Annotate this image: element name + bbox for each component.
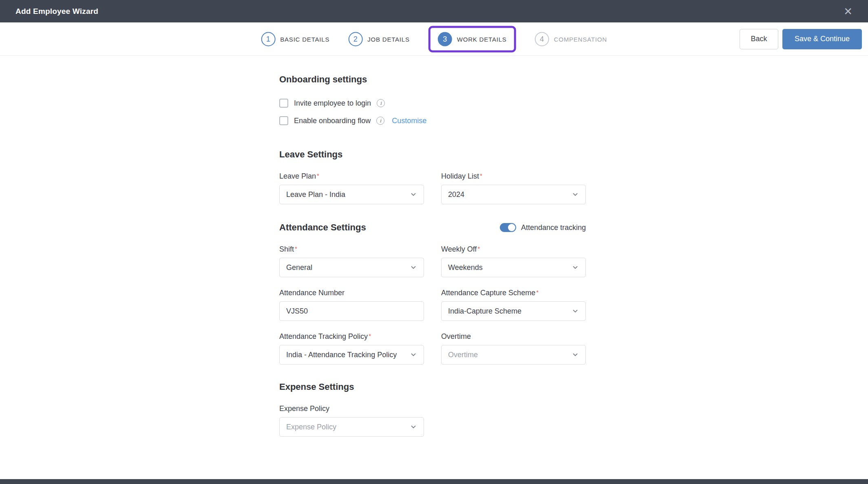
wizard-steps: 1 BASIC DETAILS 2 JOB DETAILS 3 WORK DET… [261,26,607,52]
holiday-list-select[interactable]: 2024 [441,185,586,204]
attendance-number-field: Attendance Number [279,289,424,321]
shift-field: Shift* General [279,245,424,277]
bottom-bar [0,479,868,484]
attendance-settings-heading: Attendance Settings [279,222,366,233]
back-button[interactable]: Back [740,29,778,49]
info-icon[interactable]: i [376,117,384,125]
invite-employee-checkbox[interactable] [279,99,288,108]
expense-settings-heading: Expense Settings [279,382,868,392]
chevron-down-icon [572,264,579,271]
overtime-field: Overtime Overtime [441,332,586,365]
attendance-number-input[interactable] [279,301,424,321]
weekly-off-field: Weekly Off* Weekends [441,245,586,277]
label-text: Expense Policy [279,404,329,413]
selected-value: India-Capture Scheme [448,307,521,316]
customise-link[interactable]: Customise [392,117,426,125]
attendance-tracking-toggle-row: Attendance tracking [500,223,586,232]
save-continue-button[interactable]: Save & Continue [782,29,862,49]
add-employee-wizard-modal: Add Employee Wizard ✕ 1 BASIC DETAILS 2 … [0,0,868,437]
chevron-down-icon [572,307,579,315]
required-marker: * [317,172,319,179]
leave-settings-grid: Leave Plan* Leave Plan - India Holiday L… [279,172,586,204]
step-compensation: 4 COMPENSATION [535,32,607,46]
chevron-down-icon [410,191,417,198]
placeholder-value: Expense Policy [286,423,336,431]
step-work-details[interactable]: 3 WORK DETAILS [428,26,516,52]
overtime-label: Overtime [441,332,586,341]
expense-policy-label: Expense Policy [279,404,424,413]
attendance-tracking-policy-field: Attendance Tracking Policy* India - Atte… [279,332,424,365]
attendance-number-label: Attendance Number [279,289,424,297]
attendance-capture-scheme-label: Attendance Capture Scheme* [441,289,586,297]
required-marker: * [477,245,480,252]
label-text: Attendance Tracking Policy [279,332,368,340]
label-text: Shift [279,245,294,253]
modal-header: Add Employee Wizard ✕ [0,0,868,22]
leave-plan-field: Leave Plan* Leave Plan - India [279,172,424,204]
attendance-capture-scheme-select[interactable]: India-Capture Scheme [441,301,586,321]
attendance-tracking-toggle-label: Attendance tracking [521,223,586,232]
attendance-capture-scheme-field: Attendance Capture Scheme* India-Capture… [441,289,586,321]
label-text: Attendance Capture Scheme [441,289,535,297]
step-number-badge: 2 [348,32,362,46]
onboarding-settings-heading: Onboarding settings [279,74,868,85]
label-text: Holiday List [441,172,479,180]
chevron-down-icon [410,351,417,358]
required-marker: * [295,245,297,252]
step-number-badge: 4 [535,32,549,46]
leave-settings-heading: Leave Settings [279,149,868,160]
step-label: WORK DETAILS [457,35,507,42]
step-basic-details[interactable]: 1 BASIC DETAILS [261,32,329,46]
attendance-settings-header-row: Attendance Settings Attendance tracking [279,222,586,233]
toggle-knob [508,224,515,231]
expense-policy-field: Expense Policy Expense Policy [279,404,424,437]
chevron-down-icon [410,423,417,431]
attendance-tracking-policy-select[interactable]: India - Attendance Tracking Policy [279,345,424,365]
selected-value: India - Attendance Tracking Policy [286,351,397,359]
selected-value: 2024 [448,190,464,199]
enable-onboarding-row: Enable onboarding flow i Customise [279,115,868,127]
work-details-form: Onboarding settings Invite employee to l… [0,56,868,437]
chevron-down-icon [572,191,579,198]
overtime-select[interactable]: Overtime [441,345,586,365]
label-text: Overtime [441,332,471,340]
info-icon[interactable]: i [377,99,385,107]
required-marker: * [369,332,371,339]
leave-plan-select[interactable]: Leave Plan - India [279,185,424,204]
enable-onboarding-checkbox[interactable] [279,116,288,125]
leave-plan-label: Leave Plan* [279,172,424,181]
step-number-badge: 3 [438,32,452,46]
selected-value: Weekends [448,263,483,272]
close-icon[interactable]: ✕ [844,6,853,17]
invite-employee-label: Invite employee to login [294,99,371,108]
chevron-down-icon [572,351,579,358]
holiday-list-field: Holiday List* 2024 [441,172,586,204]
step-label: BASIC DETAILS [280,35,329,42]
step-label: COMPENSATION [554,35,607,42]
shift-select[interactable]: General [279,258,424,277]
selected-value: Leave Plan - India [286,190,345,199]
expense-policy-select[interactable]: Expense Policy [279,417,424,437]
attendance-tracking-policy-label: Attendance Tracking Policy* [279,332,424,341]
modal-title: Add Employee Wizard [15,7,98,16]
step-number-badge: 1 [261,32,275,46]
holiday-list-label: Holiday List* [441,172,586,181]
required-marker: * [480,172,482,179]
label-text: Weekly Off [441,245,477,253]
step-label: JOB DETAILS [367,35,410,42]
selected-value: General [286,263,312,272]
label-text: Leave Plan [279,172,316,180]
wizard-actions: Back Save & Continue [740,29,862,49]
invite-employee-row: Invite employee to login i [279,97,868,109]
attendance-tracking-toggle[interactable] [500,223,516,232]
attendance-settings-grid: Shift* General Weekly Off* Weekends [279,245,586,365]
weekly-off-select[interactable]: Weekends [441,258,586,277]
enable-onboarding-label: Enable onboarding flow [294,117,371,125]
weekly-off-label: Weekly Off* [441,245,586,254]
required-marker: * [536,289,539,296]
chevron-down-icon [410,264,417,271]
step-job-details[interactable]: 2 JOB DETAILS [348,32,410,46]
label-text: Attendance Number [279,289,345,297]
shift-label: Shift* [279,245,424,254]
wizard-stepper-bar: 1 BASIC DETAILS 2 JOB DETAILS 3 WORK DET… [0,22,868,56]
